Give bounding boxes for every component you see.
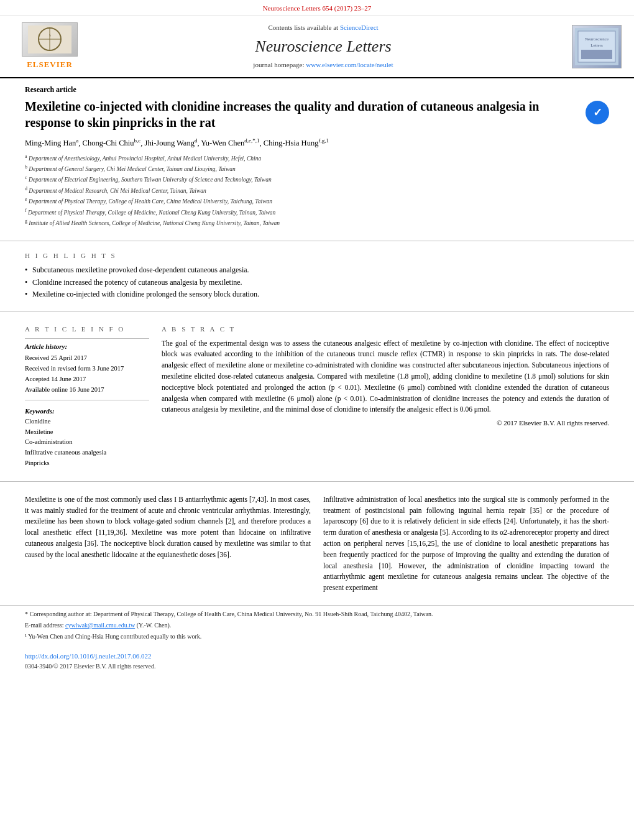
body-left-col: Mexiletine is one of the most commonly u…	[25, 494, 311, 599]
accepted-date: Accepted 14 June 2017	[25, 374, 149, 385]
keywords-section: Keywords: Clonidine Mexiletine Co-admini…	[25, 407, 149, 468]
corresponding-author: * Corresponding author at: Department of…	[25, 609, 609, 619]
article-history: Article history: Received 25 April 2017 …	[25, 341, 149, 395]
elsevier-logo: ⚕ ELSEVIER	[12, 22, 87, 70]
copyright-notice: © 2017 Elsevier B.V. All rights reserved…	[162, 418, 609, 428]
svg-rect-9	[581, 50, 612, 59]
email-link[interactable]: cywlwak@mail.cmu.edu.tw	[65, 622, 135, 629]
abstract-body: The goal of the experimental design was …	[162, 339, 609, 413]
body-left-text: Mexiletine is one of the most commonly u…	[25, 494, 311, 561]
keyword-5: Pinpricks	[25, 458, 149, 469]
highlights-list: Subcutaneous mexiletine provoked dose-de…	[25, 265, 609, 300]
divider-info	[25, 338, 149, 339]
elsevier-logo-section: ⚕ ELSEVIER	[12, 22, 87, 70]
article-header-section: Research article Mexiletine co-injected …	[0, 78, 634, 235]
article-info-label: A R T I C L E I N F O	[25, 325, 149, 334]
contents-available: Contents lists available at ScienceDirec…	[99, 23, 547, 32]
body-section: Mexiletine is one of the most commonly u…	[0, 488, 634, 605]
divider-2	[0, 312, 634, 312]
article-info-col: A R T I C L E I N F O Article history: R…	[25, 325, 149, 469]
journal-reference: Neuroscience Letters 654 (2017) 23–27	[263, 4, 372, 12]
homepage-link[interactable]: www.elsevier.com/locate/neulet	[306, 61, 393, 68]
abstract-col: A B S T R A C T The goal of the experime…	[162, 325, 609, 469]
keyword-3: Co-administration	[25, 437, 149, 448]
email-info: E-mail address: cywlwak@mail.cmu.edu.tw …	[25, 621, 609, 630]
keywords-list: Clonidine Mexiletine Co-administration I…	[25, 417, 149, 469]
journal-title: Neuroscience Letters	[99, 35, 547, 58]
email-name: (Y.-W. Chen).	[137, 622, 172, 629]
svg-text:Neuroscience: Neuroscience	[585, 37, 609, 42]
affiliation-e: e Department of Physical Therapy, Colleg…	[25, 196, 609, 206]
article-title-row: Mexiletine co-injected with clonidine in…	[25, 98, 609, 131]
article-type: Research article	[25, 85, 609, 95]
elsevier-wordmark: ELSEVIER	[27, 59, 73, 70]
history-title: Article history:	[25, 341, 149, 353]
body-right-col: Infiltrative administration of local ane…	[323, 494, 609, 599]
highlights-label: H I G H L I G H T S	[25, 251, 609, 261]
journal-homepage: journal homepage: www.elsevier.com/locat…	[99, 60, 547, 70]
received-date: Received 25 April 2017	[25, 353, 149, 364]
revised-date: Received in revised form 3 June 2017	[25, 364, 149, 374]
affiliations: a Department of Anesthesiology, Anhui Pr…	[25, 153, 609, 228]
body-right-text: Infiltrative administration of local ane…	[323, 494, 609, 594]
keywords-title: Keywords:	[25, 407, 149, 416]
affiliation-b: b Department of General Surgery, Chi Mei…	[25, 164, 609, 173]
keyword-1: Clonidine	[25, 417, 149, 427]
svg-text:⚕: ⚕	[49, 34, 51, 37]
abstract-label: A B S T R A C T	[162, 325, 609, 334]
footnotes-section: * Corresponding author at: Department of…	[0, 605, 634, 647]
bottom-links: http://dx.doi.org/10.1016/j.neulet.2017.…	[0, 647, 634, 677]
journal-reference-bar: Neuroscience Letters 654 (2017) 23–27	[0, 0, 634, 16]
affiliation-a: a Department of Anesthesiology, Anhui Pr…	[25, 153, 609, 163]
abstract-text: The goal of the experimental design was …	[162, 338, 609, 429]
highlight-item-3: Mexiletine co-injected with clonidine pr…	[25, 289, 609, 300]
keyword-2: Mexiletine	[25, 427, 149, 438]
journal-thumbnail-section: Neuroscience Letters	[559, 25, 622, 68]
divider-1	[0, 241, 634, 241]
affiliation-f: f Department of Physical Therapy, Colleg…	[25, 207, 609, 217]
footnote-1: ¹ Yu-Wen Chen and Ching-Hsia Hung contri…	[25, 632, 609, 641]
authors-text: Ming-Ming Hana, Chong-Chi Chiub,c, Jhi-J…	[25, 139, 329, 147]
journal-thumbnail: Neuroscience Letters	[572, 25, 622, 68]
affiliation-c: c Department of Electrical Engineering, …	[25, 174, 609, 184]
divider-kw	[25, 400, 149, 400]
highlights-section: H I G H L I G H T S Subcutaneous mexilet…	[0, 247, 634, 305]
corresponding-label: * Corresponding author at: Department of…	[25, 611, 433, 617]
email-label: E-mail address:	[25, 622, 63, 629]
sciencedirect-link[interactable]: ScienceDirect	[340, 24, 379, 31]
journal-header: ⚕ ELSEVIER Contents lists available at S…	[0, 16, 634, 78]
article-info-abstract: A R T I C L E I N F O Article history: R…	[0, 318, 634, 475]
doi-url[interactable]: http://dx.doi.org/10.1016/j.neulet.2017.…	[25, 652, 152, 660]
elsevier-image: ⚕	[22, 22, 78, 57]
crossmark-icon: ✓	[586, 101, 609, 124]
highlight-item-1: Subcutaneous mexiletine provoked dose-de…	[25, 265, 609, 275]
article-title: Mexiletine co-injected with clonidine in…	[25, 98, 573, 131]
authors: Ming-Ming Hana, Chong-Chi Chiub,c, Jhi-J…	[25, 136, 609, 149]
keyword-4: Infiltrative cutaneous analgesia	[25, 448, 149, 458]
journal-title-section: Contents lists available at ScienceDirec…	[87, 23, 559, 70]
doi-link: http://dx.doi.org/10.1016/j.neulet.2017.…	[25, 652, 609, 661]
highlight-item-2: Clonidine increased the potency of cutan…	[25, 277, 609, 288]
bottom-copyright: 0304-3940/© 2017 Elsevier B.V. All right…	[25, 662, 609, 671]
affiliation-g: g Institute of Allied Health Sciences, C…	[25, 218, 609, 228]
svg-text:Letters: Letters	[590, 43, 603, 48]
available-date: Available online 16 June 2017	[25, 385, 149, 395]
divider-3	[0, 481, 634, 482]
affiliation-d: d Department of Medical Research, Chi Me…	[25, 185, 609, 195]
